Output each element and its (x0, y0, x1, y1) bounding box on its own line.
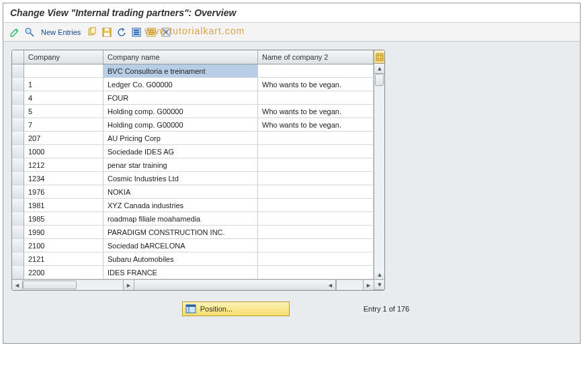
vscroll-down-icon[interactable]: ▼ (374, 280, 385, 290)
row-selector-header[interactable] (12, 50, 24, 64)
cell-company-name[interactable]: BVC Consultoria e treinament (103, 64, 258, 78)
cell-company-name[interactable]: FOUR (103, 91, 258, 105)
row-selector[interactable] (12, 105, 24, 118)
cell-name2[interactable] (258, 185, 374, 199)
cell-company[interactable]: 1990 (24, 226, 103, 239)
cell-company[interactable]: 5 (24, 105, 103, 118)
hscroll-right-b-icon[interactable]: ► (363, 280, 374, 291)
cell-name2[interactable] (258, 252, 374, 266)
row-selector[interactable] (12, 78, 24, 91)
cell-name2[interactable] (258, 266, 374, 279)
cell-name2[interactable] (258, 132, 374, 145)
cell-name2[interactable] (258, 212, 374, 226)
hscroll-left-icon[interactable]: ◄ (12, 280, 23, 291)
table-settings-icon[interactable] (374, 50, 385, 64)
cell-company[interactable]: 1212 (24, 158, 103, 172)
cell-company-name[interactable]: NOKIA (103, 185, 258, 199)
cell-name2[interactable] (258, 199, 374, 212)
row-selector[interactable] (12, 252, 24, 266)
cell-name2[interactable]: Who wants to be vegan. (258, 118, 374, 132)
cell-company-name[interactable]: penar star training (103, 158, 258, 172)
row-selector[interactable] (12, 226, 24, 239)
table-row[interactable]: 5Holding comp. G00000Who wants to be veg… (12, 105, 374, 118)
table-row[interactable]: 1985roadmap filiale moahamedia (12, 212, 374, 226)
cell-company[interactable]: 2200 (24, 266, 103, 279)
cell-company[interactable] (24, 64, 103, 78)
position-button[interactable]: Position... (182, 301, 290, 316)
row-selector[interactable] (12, 145, 24, 158)
hscroll-track-left[interactable] (23, 280, 124, 290)
hscroll-track-right[interactable] (336, 280, 363, 290)
table-row[interactable]: 2200IDES FRANCE (12, 266, 374, 279)
cell-company-name[interactable]: Holding comp. G00000 (103, 118, 258, 132)
vscroll-down-top-icon[interactable]: ▲ (374, 270, 385, 280)
hscroll-thumb[interactable] (23, 281, 77, 289)
table-row[interactable]: 1212penar star training (12, 158, 374, 172)
table-row[interactable]: 1990PARADIGM CONSTRUCTION INC. (12, 226, 374, 239)
cell-name2[interactable]: Who wants to be vegan. (258, 105, 374, 118)
cell-company-name[interactable]: XYZ Canada industries (103, 199, 258, 212)
copy-icon[interactable] (86, 26, 98, 38)
row-selector[interactable] (12, 239, 24, 252)
vertical-scrollbar[interactable]: ▲ ▲ ▼ (374, 50, 384, 290)
cell-name2[interactable] (258, 239, 374, 252)
cell-company-name[interactable]: Ledger Co. G00000 (103, 78, 258, 91)
cell-name2[interactable]: Who wants to be vegan. (258, 78, 374, 91)
row-selector[interactable] (12, 132, 24, 145)
table-row[interactable]: 207AU Pricing Corp (12, 132, 374, 145)
cell-name2[interactable] (258, 226, 374, 239)
row-selector[interactable] (12, 212, 24, 226)
cell-company[interactable]: 1976 (24, 185, 103, 199)
table-row[interactable]: 2121Subaru Automobiles (12, 252, 374, 266)
table-row[interactable]: 1Ledger Co. G00000Who wants to be vegan. (12, 78, 374, 91)
cell-company[interactable]: 1981 (24, 199, 103, 212)
cell-company-name[interactable]: Sociedad bARCELONA (103, 239, 258, 252)
cell-company-name[interactable]: roadmap filiale moahamedia (103, 212, 258, 226)
new-entries-button[interactable]: New Entries (38, 28, 83, 36)
row-selector[interactable] (12, 266, 24, 279)
table-row[interactable]: 1976NOKIA (12, 185, 374, 199)
table-row[interactable]: 1981XYZ Canada industries (12, 199, 374, 212)
row-selector[interactable] (12, 118, 24, 132)
cell-company-name[interactable]: Sociedade IDES AG (103, 145, 258, 158)
table-row[interactable]: 7Holding comp. G00000Who wants to be veg… (12, 118, 374, 132)
cell-name2[interactable] (258, 158, 374, 172)
cell-company-name[interactable]: Subaru Automobiles (103, 252, 258, 266)
column-header-company[interactable]: Company (24, 50, 103, 64)
cell-company[interactable]: 7 (24, 118, 103, 132)
vscroll-up-icon[interactable]: ▲ (374, 64, 385, 74)
row-selector[interactable] (12, 64, 24, 78)
undo-icon[interactable] (116, 26, 128, 38)
cell-company[interactable]: 1000 (24, 145, 103, 158)
cell-company-name[interactable]: Holding comp. G00000 (103, 105, 258, 118)
cell-name2[interactable] (258, 145, 374, 158)
cell-name2[interactable] (258, 64, 374, 78)
table-row[interactable]: BVC Consultoria e treinament (12, 64, 374, 78)
row-selector[interactable] (12, 185, 24, 199)
cell-company[interactable]: 207 (24, 132, 103, 145)
row-selector[interactable] (12, 91, 24, 105)
vscroll-track[interactable] (374, 74, 384, 270)
cell-company[interactable]: 2121 (24, 252, 103, 266)
row-selector[interactable] (12, 199, 24, 212)
cell-company[interactable]: 1985 (24, 212, 103, 226)
cell-company[interactable]: 1234 (24, 172, 103, 185)
table-row[interactable]: 1000Sociedade IDES AG (12, 145, 374, 158)
cell-company-name[interactable]: Cosmic Industries Ltd (103, 172, 258, 185)
column-header-company-name[interactable]: Company name (103, 50, 258, 64)
toggle-display-change-icon[interactable] (9, 26, 21, 38)
hscroll-left-b-icon[interactable]: ◄ (325, 280, 336, 291)
cell-company[interactable]: 4 (24, 91, 103, 105)
column-header-name2[interactable]: Name of company 2 (258, 50, 374, 64)
horizontal-scrollbar[interactable]: ◄ ► ◄ ► (12, 279, 374, 290)
row-selector[interactable] (12, 158, 24, 172)
cell-name2[interactable] (258, 172, 374, 185)
cell-company-name[interactable]: AU Pricing Corp (103, 132, 258, 145)
select-all-icon[interactable] (130, 26, 142, 38)
vscroll-thumb[interactable] (375, 74, 384, 86)
deselect-all-icon[interactable] (145, 26, 157, 38)
table-row[interactable]: 1234Cosmic Industries Ltd (12, 172, 374, 185)
row-selector[interactable] (12, 172, 24, 185)
cell-company[interactable]: 2100 (24, 239, 103, 252)
cell-company[interactable]: 1 (24, 78, 103, 91)
